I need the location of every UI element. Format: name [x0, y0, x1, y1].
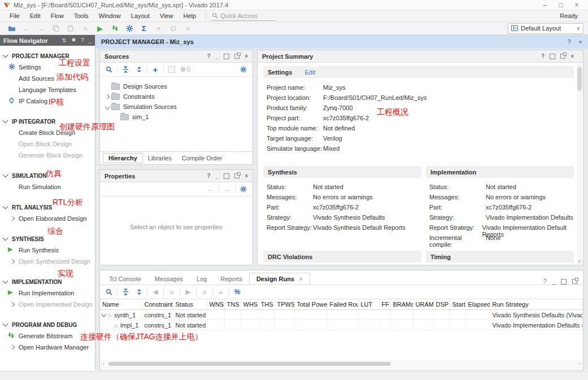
menu-tools[interactable]: Tools [69, 11, 94, 20]
maximize-icon[interactable] [224, 54, 229, 59]
tab-reports[interactable]: Reports [214, 273, 249, 285]
redo-icon[interactable]: → [34, 23, 49, 33]
menu-layout[interactable]: Layout [126, 11, 155, 20]
navigator-collapse-icon[interactable]: ⇅ [62, 37, 66, 43]
help-icon[interactable]: ? [543, 278, 547, 285]
scroll-left-icon[interactable]: ‹ [103, 361, 104, 366]
target-language-link[interactable]: Verilog [323, 135, 342, 142]
help-icon[interactable]: ? [207, 53, 210, 59]
close-icon[interactable]: × [579, 38, 582, 45]
run-icon[interactable]: ▶ [93, 23, 107, 33]
top-module-link[interactable]: Not defined [323, 125, 355, 132]
simulator-language-link[interactable]: Mixed [323, 145, 339, 152]
add-run-icon[interactable]: + [215, 287, 227, 297]
search-icon[interactable] [103, 65, 115, 75]
scrollbar-thumb[interactable] [577, 67, 582, 91]
minimize-icon[interactable]: _ [216, 53, 219, 59]
paste-icon[interactable] [63, 23, 78, 33]
window-minimize-button[interactable]: – [537, 1, 553, 9]
navigator-gear-icon[interactable] [71, 37, 76, 43]
float-icon[interactable] [560, 54, 565, 59]
percent-icon[interactable]: % [232, 287, 243, 297]
layout-selector[interactable]: Default Layout ∨ [508, 23, 583, 34]
nav-item-language-templates[interactable]: Language Templates [0, 84, 95, 95]
synthesis-report-strategy-link[interactable]: Vivado Synthesis Default Reports [313, 224, 406, 231]
maximize-icon[interactable] [550, 54, 555, 59]
sources-settings-gear-icon[interactable] [238, 65, 249, 75]
help-icon[interactable]: ? [541, 53, 545, 59]
settings-gear-icon[interactable] [122, 23, 137, 33]
navigator-minimize-icon[interactable]: _ [88, 37, 92, 43]
chevron-right-icon[interactable] [105, 94, 110, 99]
float-icon[interactable] [234, 173, 239, 178]
tab-messages[interactable]: Messages [148, 273, 190, 285]
tree-item-design-sources[interactable]: Design Sources [100, 81, 252, 91]
tree-item-sim-1[interactable]: sim_1 [100, 112, 252, 122]
fast-forward-icon[interactable]: » [199, 287, 210, 297]
project-part-link[interactable]: xc7z035ffg676-2 [323, 115, 369, 121]
minimize-icon[interactable]: _ [552, 278, 555, 285]
minimize-icon[interactable]: _ [216, 173, 219, 179]
collapse-all-icon[interactable] [120, 287, 131, 297]
close-tab-icon[interactable]: × [299, 276, 302, 282]
scrollbar-thumb[interactable] [108, 362, 391, 366]
nav-section-program-and-debug[interactable]: PROGRAM AND DEBUG [0, 319, 95, 330]
nav-item-run-simulation[interactable]: Run Simulation [0, 181, 95, 193]
table-row-synth-1[interactable]: ▷synth_1 constrs_1 Not started Vivado Sy… [100, 310, 583, 320]
properties-gear-icon[interactable] [238, 185, 249, 194]
close-icon[interactable]: × [570, 53, 574, 59]
chevron-down-icon[interactable] [105, 104, 111, 110]
impl-strategy-link[interactable]: Vivado Implementation Defaults [486, 214, 573, 221]
nav-item-run-implementation[interactable]: ▶ Run Implementation [0, 287, 95, 299]
tab-tcl-console[interactable]: Tcl Console [102, 273, 148, 285]
tab-log[interactable]: Log [190, 273, 214, 285]
step-first-icon[interactable]: ◀ [150, 287, 161, 297]
settings-edit-link[interactable]: Edit [304, 69, 315, 76]
add-sources-icon[interactable]: + [150, 65, 161, 75]
nav-item-open-elaborated-design[interactable]: Open Elaborated Design [0, 213, 95, 224]
help-box-icon[interactable]: ? [166, 65, 177, 75]
vertical-scrollbar[interactable]: ∨ [577, 63, 582, 264]
undo-icon[interactable]: ← [19, 23, 34, 33]
tab-design-runs[interactable]: Design Runs × [249, 273, 310, 285]
float-icon[interactable] [234, 54, 239, 59]
navigator-help-icon[interactable]: ? [81, 37, 84, 43]
nav-item-ip-catalog[interactable]: IP Catalog [0, 95, 95, 107]
back-arrow-icon[interactable]: ← [205, 185, 216, 194]
tab-hierarchy[interactable]: Hierarchy [103, 153, 143, 163]
play-icon[interactable]: ▶ [182, 287, 194, 297]
open-project-icon[interactable] [5, 23, 19, 33]
scroll-down-icon[interactable]: ∨ [577, 259, 582, 264]
table-row-impl-1[interactable]: ▷impl_1 constrs_1 Not started Vivado Imp… [100, 320, 583, 330]
rewind-icon[interactable]: « [166, 287, 177, 297]
expand-all-icon[interactable] [133, 65, 145, 75]
window-close-button[interactable]: × [569, 1, 585, 9]
menu-flow[interactable]: Flow [46, 11, 69, 20]
search-icon[interactable] [103, 287, 115, 297]
menu-file[interactable]: File [5, 11, 25, 20]
incremental-compile-link[interactable]: None [486, 234, 500, 248]
tab-compile-order[interactable]: Compile Order [177, 154, 228, 163]
close-icon[interactable]: × [245, 53, 248, 59]
nav-section-implementation[interactable]: IMPLEMENTATION [0, 276, 95, 287]
scroll-right-icon[interactable]: › [578, 361, 580, 366]
remove-icon[interactable]: × [181, 23, 195, 33]
nav-item-open-block-design[interactable]: Open Block Design [0, 138, 95, 150]
copy-icon[interactable] [49, 23, 63, 33]
tree-item-constraints[interactable]: Constraints [100, 91, 252, 102]
generate-bitstream-icon[interactable] [107, 23, 122, 33]
menu-help[interactable]: Help [178, 11, 201, 20]
window-maximize-button[interactable]: □ [553, 1, 569, 9]
messages-count-icon[interactable]: 0 [180, 65, 191, 75]
maximize-icon[interactable] [561, 279, 567, 285]
synthesis-strategy-link[interactable]: Vivado Synthesis Defaults [313, 214, 385, 221]
menu-edit[interactable]: Edit [25, 11, 46, 20]
tree-item-simulation-sources[interactable]: Simulation Sources [100, 102, 252, 112]
cancel-run-icon[interactable]: × [151, 23, 166, 33]
forward-arrow-icon[interactable]: → [221, 185, 233, 194]
maximize-icon[interactable] [224, 173, 229, 179]
quick-access-input[interactable] [218, 12, 271, 19]
delete-icon[interactable]: × [78, 23, 93, 33]
tab-libraries[interactable]: Libraries [143, 154, 177, 163]
expand-all-icon[interactable] [133, 287, 145, 297]
